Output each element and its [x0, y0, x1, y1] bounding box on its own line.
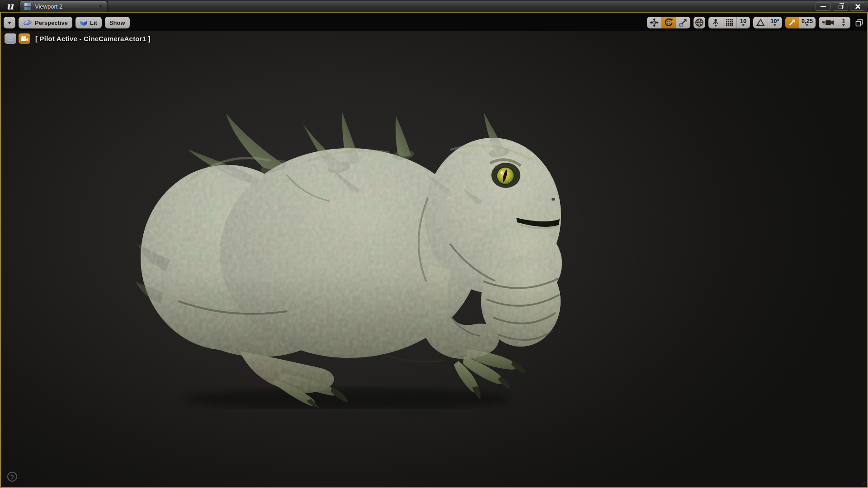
lit-cube-icon	[80, 19, 87, 26]
globe-icon	[695, 18, 704, 27]
transform-tools-group	[647, 17, 690, 28]
close-button[interactable]	[850, 2, 865, 11]
minimize-button[interactable]	[816, 2, 831, 11]
surface-snap-button[interactable]	[708, 17, 723, 28]
scale-snap-toggle-button[interactable]	[785, 17, 799, 28]
eject-icon	[7, 35, 14, 42]
help-button[interactable]: ?	[7, 472, 17, 482]
close-icon	[855, 4, 861, 9]
coordinate-system-button[interactable]	[693, 17, 705, 28]
grid-snap-value-button[interactable]: 10	[736, 17, 750, 28]
minimize-icon	[821, 6, 826, 7]
scale-snap-value: 0,25	[802, 18, 813, 24]
help-glyph: ?	[10, 474, 14, 480]
chevron-down-icon	[806, 24, 808, 28]
pilot-active-label: [ Pilot Active - CineCameraActor1 ]	[35, 35, 151, 42]
chevron-down-icon	[842, 24, 845, 28]
scale-snap-value-button[interactable]: 0,25	[799, 17, 816, 28]
viewport-2: Perspective Lit Show	[0, 12, 868, 488]
perspective-lens-icon	[23, 20, 32, 26]
pilot-camera-button[interactable]	[19, 33, 30, 44]
unreal-viewport-window: u Viewport 2	[0, 0, 868, 488]
chevron-down-icon[interactable]	[99, 5, 102, 9]
titlebar-drag-area[interactable]	[108, 1, 868, 12]
scale-tool-button[interactable]	[676, 17, 690, 28]
window-titlebar[interactable]: u Viewport 2	[0, 0, 868, 12]
logo-glyph: u	[6, 0, 14, 12]
camera-speed-button[interactable]	[819, 17, 837, 28]
tab-label: Viewport 2	[35, 3, 62, 10]
perspective-label: Perspective	[35, 19, 68, 26]
scale-snap-group: 0,25	[785, 17, 816, 28]
creature-model-horned-toad	[135, 106, 562, 409]
angle-snap-value-button[interactable]: 10°	[768, 17, 782, 28]
viewport-scene[interactable]	[1, 13, 867, 487]
grid-snap-toggle-button[interactable]	[723, 17, 736, 28]
resize-grip[interactable]	[860, 480, 866, 486]
chevron-down-icon	[8, 22, 11, 26]
cine-camera-icon	[20, 36, 29, 42]
translate-arrows-icon	[650, 18, 659, 27]
unreal-engine-logo-icon: u	[0, 0, 20, 12]
grid-snap-value: 10	[740, 18, 746, 24]
surface-snap-icon	[711, 18, 720, 27]
pilot-bar: [ Pilot Active - CineCameraActor1 ]	[5, 33, 151, 44]
grid-snap-group: 10	[708, 17, 750, 28]
tab-viewport-2[interactable]: Viewport 2	[20, 1, 107, 12]
scale-diagonal-arrow-icon	[679, 18, 688, 27]
viewport-options-button[interactable]	[4, 17, 15, 28]
camera-speed-value: 1	[842, 18, 845, 24]
eject-pilot-button[interactable]	[5, 33, 16, 44]
translate-tool-button[interactable]	[647, 17, 661, 28]
angle-triangle-icon	[756, 19, 765, 27]
perspective-button[interactable]: Perspective	[19, 17, 72, 28]
show-label: Show	[109, 19, 125, 26]
viewport-toolbar: Perspective Lit Show	[1, 13, 867, 31]
lit-label: Lit	[90, 19, 97, 26]
lit-mode-button[interactable]: Lit	[75, 17, 102, 28]
restore-button[interactable]	[833, 2, 848, 11]
grid-icon	[726, 19, 733, 26]
camera-speed-value-button[interactable]: 1	[837, 17, 850, 28]
rotate-circular-arrow-icon	[664, 18, 673, 27]
chevron-down-icon	[742, 24, 745, 28]
camera-speed-icon	[821, 19, 834, 26]
angle-snap-value: 10°	[770, 18, 779, 24]
angle-snap-toggle-button[interactable]	[753, 17, 768, 28]
viewport-grid-icon	[24, 3, 31, 10]
scale-snap-arrow-icon	[788, 19, 796, 27]
maximize-viewport-button[interactable]	[854, 17, 864, 28]
restore-icon	[839, 5, 843, 9]
angle-snap-group: 10°	[753, 17, 782, 28]
show-flags-button[interactable]: Show	[105, 17, 130, 28]
camera-speed-group: 1	[819, 17, 850, 28]
rotate-tool-button[interactable]	[661, 17, 676, 28]
chevron-down-icon	[774, 24, 776, 28]
maximize-viewport-icon	[855, 19, 863, 27]
